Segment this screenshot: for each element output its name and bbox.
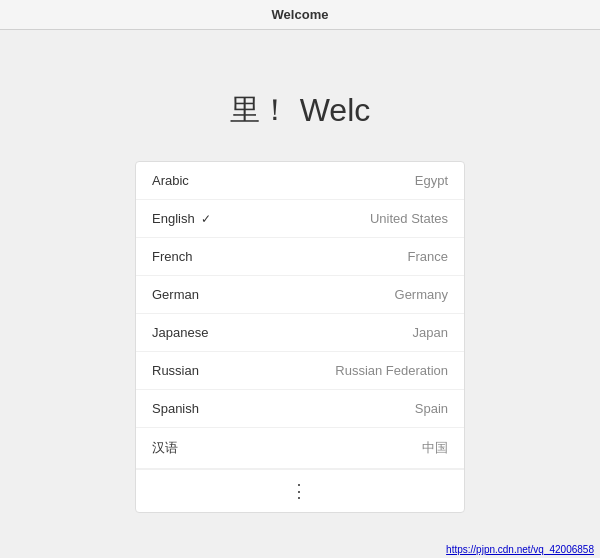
language-name: English (152, 211, 195, 226)
more-dots-icon[interactable]: ⋮ (290, 480, 310, 502)
language-item[interactable]: ArabicEgypt (136, 162, 464, 200)
language-item[interactable]: 汉语中国 (136, 428, 464, 469)
language-item[interactable]: English✓United States (136, 200, 464, 238)
language-left: English✓ (152, 211, 211, 226)
language-region: Egypt (415, 173, 448, 188)
language-list: ArabicEgyptEnglish✓United StatesFrenchFr… (135, 161, 465, 513)
language-item[interactable]: JapaneseJapan (136, 314, 464, 352)
welcome-heading: 里！ Welc (230, 90, 371, 131)
language-region: France (408, 249, 448, 264)
language-name: Russian (152, 363, 199, 378)
language-name: Arabic (152, 173, 189, 188)
more-button-row[interactable]: ⋮ (136, 469, 464, 512)
language-region: Germany (395, 287, 448, 302)
language-region: Russian Federation (335, 363, 448, 378)
language-left: Japanese (152, 325, 208, 340)
language-item[interactable]: RussianRussian Federation (136, 352, 464, 390)
welcome-emoji: 里！ (230, 90, 290, 131)
language-item[interactable]: SpanishSpain (136, 390, 464, 428)
language-item[interactable]: GermanGermany (136, 276, 464, 314)
language-left: German (152, 287, 199, 302)
language-name: Spanish (152, 401, 199, 416)
language-name: 汉语 (152, 439, 178, 457)
language-name: German (152, 287, 199, 302)
language-region: Spain (415, 401, 448, 416)
language-name: French (152, 249, 192, 264)
language-region: Japan (413, 325, 448, 340)
language-name: Japanese (152, 325, 208, 340)
language-left: 汉语 (152, 439, 178, 457)
welcome-text: Welc (300, 92, 371, 129)
language-left: French (152, 249, 192, 264)
language-left: Russian (152, 363, 199, 378)
title-bar: Welcome (0, 0, 600, 30)
language-item[interactable]: FrenchFrance (136, 238, 464, 276)
selected-checkmark: ✓ (201, 212, 211, 226)
status-bar: https://pjpn.cdn.net/vq_42006858 (440, 541, 600, 558)
title-bar-title: Welcome (272, 7, 329, 22)
language-left: Spanish (152, 401, 199, 416)
language-region: 中国 (422, 439, 448, 457)
main-content: 里！ Welc ArabicEgyptEnglish✓United States… (0, 30, 600, 513)
language-left: Arabic (152, 173, 189, 188)
language-region: United States (370, 211, 448, 226)
status-url: https://pjpn.cdn.net/vq_42006858 (446, 544, 594, 555)
